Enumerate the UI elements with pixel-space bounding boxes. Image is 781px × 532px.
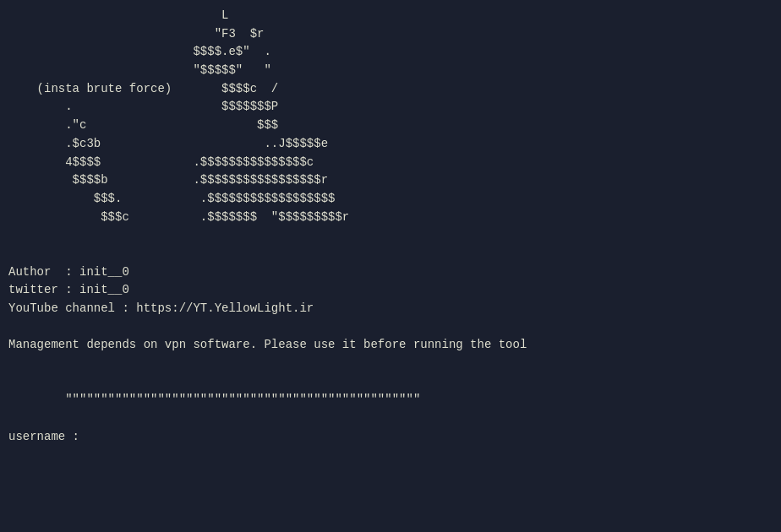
terminal-window: L "F3 $r $$$$.e$" . "$$$$$" " (insta bru… xyxy=(0,0,781,532)
